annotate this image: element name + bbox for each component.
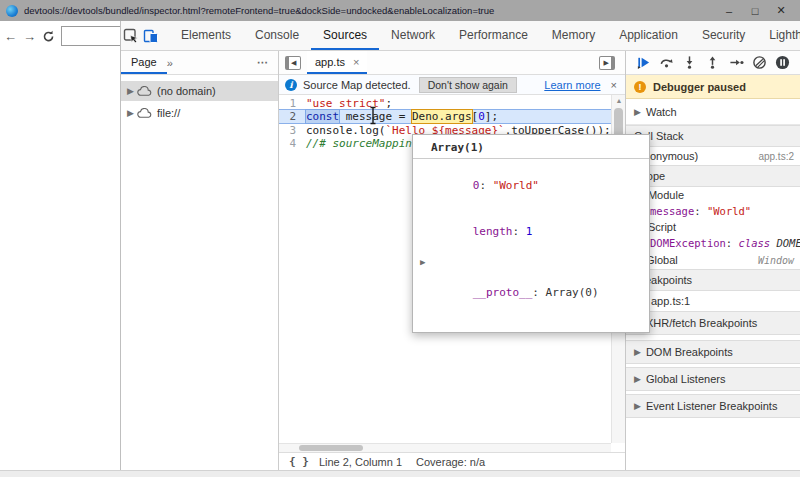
- step-icon[interactable]: [727, 54, 745, 72]
- section-xhr-breakpoints[interactable]: ▶ XHR/fetch Breakpoints: [626, 311, 800, 335]
- breakpoint-item[interactable]: ✓ app.ts:1: [626, 291, 800, 311]
- watch-section[interactable]: ▶ Watch: [626, 99, 800, 125]
- breakpoint-location: app.ts:1: [651, 295, 690, 307]
- expand-icon[interactable]: ▶: [127, 108, 137, 118]
- separator: :: [532, 286, 545, 299]
- breakpoints-header[interactable]: Breakpoints: [626, 269, 800, 291]
- learn-more-link[interactable]: Learn more: [544, 79, 600, 91]
- call-stack-header[interactable]: Call Stack: [626, 125, 800, 147]
- tab-network[interactable]: Network: [379, 21, 447, 50]
- separator: :: [694, 205, 707, 217]
- code-line-2-execution[interactable]: 2 const message = Deno.args[0];: [279, 109, 611, 124]
- property-key: length: [473, 225, 513, 238]
- window-titlebar: devtools://devtools/bundled/inspector.ht…: [0, 0, 800, 21]
- scrollbar-up-icon[interactable]: ▲: [612, 95, 626, 107]
- section-label: DOM Breakpoints: [646, 346, 733, 358]
- tab-application[interactable]: Application: [607, 21, 690, 50]
- expand-icon[interactable]: ▶: [634, 347, 641, 357]
- navigator-overflow-icon[interactable]: »: [167, 57, 173, 69]
- close-tab-icon[interactable]: ×: [353, 56, 359, 68]
- object-preview-popup: Array(1) 0: "World" length: 1 ▶ __proto_…: [412, 134, 650, 333]
- device-toolbar-icon[interactable]: [143, 25, 159, 47]
- deactivate-breakpoints-icon[interactable]: [751, 54, 769, 72]
- scope-script-row[interactable]: ▼ Script: [626, 219, 800, 235]
- tab-security[interactable]: Security: [690, 21, 757, 50]
- popup-title: Array(1): [413, 135, 649, 159]
- window-bottom-edge: [0, 470, 800, 477]
- horizontal-scrollbar-thumb[interactable]: [299, 445, 363, 451]
- evaluated-expression[interactable]: Deno.args: [412, 110, 472, 123]
- tab-memory[interactable]: Memory: [540, 21, 607, 50]
- paused-label: Debugger paused: [653, 81, 746, 93]
- address-bar-input[interactable]: [61, 26, 123, 46]
- navigator-menu-icon[interactable]: ⋯: [257, 56, 278, 69]
- section-dom-breakpoints[interactable]: ▶ DOM Breakpoints: [626, 340, 800, 364]
- scope-header[interactable]: Scope: [626, 165, 800, 187]
- scope-module-row[interactable]: ▼ Module: [626, 187, 800, 203]
- section-global-listeners[interactable]: ▶ Global Listeners: [626, 367, 800, 391]
- variable-name: DOMException: [650, 237, 726, 249]
- pretty-print-icon[interactable]: { }: [279, 455, 319, 468]
- tab-elements[interactable]: Elements: [169, 21, 243, 50]
- maximize-button[interactable]: □: [742, 5, 768, 17]
- minimize-button[interactable]: –: [716, 5, 742, 17]
- tree-item-no-domain[interactable]: ▶ (no domain): [121, 81, 278, 101]
- close-button[interactable]: ✕: [768, 4, 794, 17]
- class-keyword: class: [739, 237, 771, 249]
- scope-global-value: Window: [758, 255, 794, 266]
- paused-warning-icon: !: [634, 81, 646, 93]
- variable-value: DOMExcep…: [770, 237, 800, 249]
- section-label: Event Listener Breakpoints: [646, 400, 777, 412]
- scope-variable-message[interactable]: message: "World": [626, 203, 800, 219]
- step-over-icon[interactable]: [657, 54, 675, 72]
- expand-icon[interactable]: ▶: [634, 401, 641, 411]
- forward-icon[interactable]: →: [23, 29, 36, 44]
- expand-icon[interactable]: ▶: [420, 255, 425, 270]
- pause-on-exceptions-icon[interactable]: [774, 54, 792, 72]
- popup-property-length: length: 1: [413, 209, 649, 254]
- cloud-icon: [137, 86, 152, 97]
- expand-icon[interactable]: ▶: [127, 86, 137, 96]
- separator: :: [513, 225, 526, 238]
- scope-global-label: Global: [646, 254, 678, 266]
- scope-global-row[interactable]: ▶ Global Window: [626, 251, 800, 269]
- dont-show-again-button[interactable]: Don't show again: [419, 77, 517, 93]
- navigator-header: Page » ⋯: [121, 51, 278, 75]
- code-token: console.log(: [306, 124, 385, 137]
- expand-icon[interactable]: ▶: [634, 374, 641, 384]
- reload-icon[interactable]: [42, 30, 55, 43]
- back-icon[interactable]: ←: [4, 29, 17, 44]
- step-out-icon[interactable]: [704, 54, 722, 72]
- hide-navigator-icon[interactable]: ◀: [285, 56, 301, 70]
- variable-value: "World": [707, 205, 751, 217]
- file-tab-app-ts[interactable]: app.ts ×: [307, 51, 367, 74]
- infobar-close-icon[interactable]: ×: [611, 79, 619, 91]
- popup-property-proto[interactable]: ▶ __proto__: Array(0): [413, 255, 649, 315]
- property-key: __proto__: [473, 286, 533, 299]
- variable-name: message: [650, 205, 694, 217]
- tab-sources[interactable]: Sources: [311, 21, 379, 50]
- tab-console[interactable]: Console: [243, 21, 311, 50]
- watch-label: Watch: [646, 106, 677, 118]
- inspect-element-icon[interactable]: [123, 25, 139, 47]
- navigator-pane: Page » ⋯ ▶ (no domain) ▶ file://: [121, 51, 279, 470]
- section-event-listener-breakpoints[interactable]: ▶ Event Listener Breakpoints: [626, 394, 800, 418]
- debugger-paused-banner: ! Debugger paused: [626, 75, 800, 99]
- tab-lighthouse[interactable]: Lighthouse: [757, 21, 800, 50]
- tab-performance[interactable]: Performance: [447, 21, 540, 50]
- expand-icon[interactable]: ▶: [634, 107, 641, 117]
- editor-tabstrip: ◀ app.ts × ▶: [279, 51, 625, 75]
- line-number[interactable]: 2: [279, 110, 301, 123]
- tree-item-file[interactable]: ▶ file://: [121, 103, 278, 123]
- scope-variable-domexception[interactable]: DOMException: class DOMExcep…: [626, 235, 800, 251]
- step-into-icon[interactable]: [681, 54, 699, 72]
- show-debugger-icon[interactable]: ▶: [599, 56, 615, 70]
- line-number[interactable]: 3: [279, 124, 301, 137]
- navigator-tab-page[interactable]: Page: [121, 51, 167, 74]
- editor-horizontal-scrollbar[interactable]: [279, 443, 611, 452]
- call-stack-frame[interactable]: (anonymous) app.ts:2: [626, 147, 800, 165]
- resume-icon[interactable]: [634, 54, 652, 72]
- frame-location[interactable]: app.ts:2: [758, 151, 794, 162]
- debugger-sidebar: ! Debugger paused ▶ Watch Call Stack (an…: [625, 51, 800, 470]
- line-number[interactable]: 4: [279, 137, 301, 150]
